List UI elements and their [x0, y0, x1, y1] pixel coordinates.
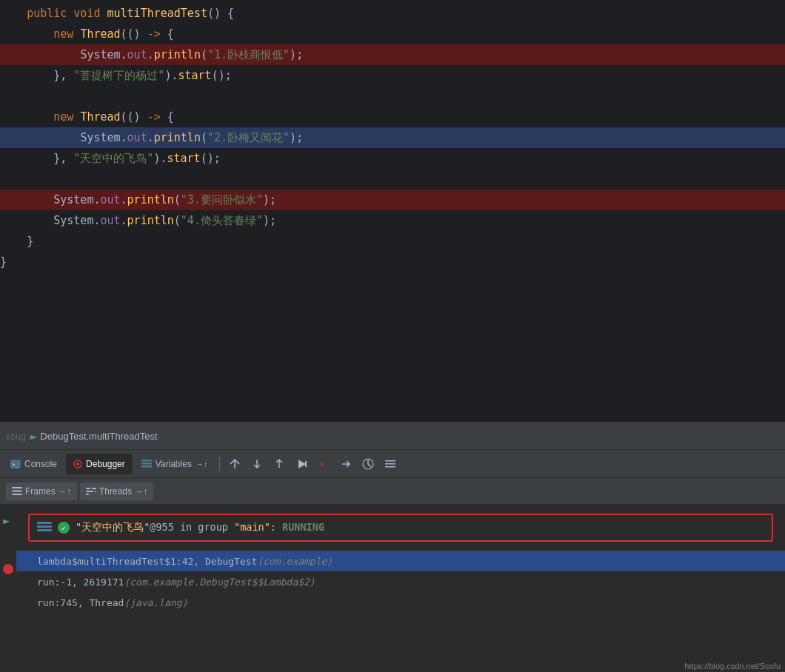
svg-rect-14	[12, 487, 22, 488]
thread-row-container: ✓ "天空中的飞鸟"@955 in group "main": RUNNING	[16, 505, 785, 551]
bottom-url: https://blog.csdn.net/Scofu	[680, 660, 785, 672]
svg-rect-6	[141, 466, 152, 468]
svg-rect-5	[141, 463, 152, 465]
code-line-16	[0, 314, 785, 335]
stack-frames-list: lambda$multiThreadTest$1:42, DebugTest (…	[16, 551, 785, 613]
code-content: public void multiThreadTest() { 1 ⬤ new …	[0, 0, 785, 417]
svg-rect-18	[86, 491, 93, 492]
frame1-pkg: (com.example)	[257, 556, 333, 567]
code-line-12: 1 }	[0, 231, 785, 252]
frame3-pkg: (java.lang)	[124, 597, 187, 608]
frames-button[interactable]: Frames →↑	[6, 483, 77, 500]
thread-status: RUNNING	[282, 521, 324, 533]
svg-point-3	[76, 463, 79, 466]
thread-stack-icon	[37, 522, 52, 534]
frames-threads-bar: Frames →↑ Threads →↑	[0, 478, 785, 505]
svg-rect-11	[385, 460, 395, 462]
thread-name: "天空中的飞鸟"	[76, 521, 150, 533]
toolbar-restore[interactable]	[358, 454, 378, 474]
svg-rect-17	[86, 488, 90, 489]
tab-console-label: Console	[24, 459, 57, 469]
svg-text:>_: >_	[12, 462, 19, 468]
variables-icon	[141, 460, 152, 468]
frame2-method: run:-1, 2619171	[37, 577, 124, 588]
toolbar-step-out2[interactable]	[335, 454, 356, 474]
svg-rect-12	[385, 463, 395, 465]
thread-id: @955	[150, 521, 174, 533]
code-line-13: 2 }	[0, 252, 785, 272]
svg-rect-20	[92, 488, 96, 489]
code-line-7: 6 ✓ System.out.println("2.卧梅又闻花");	[0, 127, 785, 148]
stack-frame-1[interactable]: lambda$multiThreadTest$1:42, DebugTest (…	[16, 551, 785, 571]
stack-frame-2[interactable]: run:-1, 2619171 (com.example.DebugTest$$…	[16, 571, 785, 592]
toolbar-step-over[interactable]	[224, 454, 245, 474]
debug-label: ebug	[6, 431, 26, 442]
tab-console[interactable]: >_ Console	[3, 454, 64, 474]
tab-debugger-label: Debugger	[86, 459, 125, 469]
code-line-17	[0, 335, 785, 355]
frame1-method: lambda$multiThreadTest$1:42, DebugTest	[37, 556, 257, 567]
svg-rect-23	[37, 525, 52, 528]
left-strip: ►	[0, 505, 16, 672]
code-line-18	[0, 355, 785, 376]
toolbar-run-cursor[interactable]	[291, 454, 312, 474]
tab-debugger[interactable]: Debugger	[66, 454, 133, 474]
code-line-3: 2 ✓ System.out.println("1.卧枝商恨低");	[0, 44, 785, 65]
svg-rect-19	[86, 494, 89, 495]
toolbar-step-out[interactable]	[269, 454, 290, 474]
svg-rect-15	[12, 491, 22, 492]
toolbar-evaluate[interactable]: ✕	[313, 454, 334, 474]
code-line-19	[0, 376, 785, 397]
thread-running-row[interactable]: ✓ "天空中的飞鸟"@955 in group "main": RUNNING	[28, 514, 773, 542]
code-line-20	[0, 397, 785, 417]
svg-rect-24	[37, 529, 52, 531]
error-indicator	[3, 564, 13, 574]
debug-arrow-icon: ►	[30, 429, 38, 443]
toolbar-separator	[219, 457, 220, 471]
svg-rect-13	[385, 466, 395, 468]
code-line-6: 5 ⬤ new Thread(() -> {	[0, 107, 785, 127]
toolbar-step-into[interactable]	[247, 454, 267, 474]
frames-icon	[12, 487, 22, 495]
svg-rect-16	[12, 494, 22, 495]
svg-marker-7	[298, 460, 306, 468]
svg-rect-4	[141, 460, 152, 462]
code-line-8: 7 }, "天空中的飞鸟").start();	[0, 148, 785, 169]
code-line-14: 3	[0, 272, 785, 293]
frames-label: Frames →↑	[25, 486, 71, 497]
stack-frame-3[interactable]: run:745, Thread (java.lang)	[16, 592, 785, 613]
code-editor: public void multiThreadTest() { 1 ⬤ new …	[0, 0, 785, 422]
svg-rect-22	[37, 522, 52, 524]
frame3-method: run:745, Thread	[37, 597, 124, 608]
thread-arrow-indicator: ►	[3, 514, 10, 528]
tab-bar: >_ Console Debugger Variables	[0, 450, 785, 478]
frame2-pkg: (com.example.DebugTest$$Lambda$2)	[124, 577, 315, 588]
thread-label: "天空中的飞鸟"@955 in group "main": RUNNING	[76, 521, 324, 534]
svg-rect-21	[95, 491, 96, 492]
tab-variables[interactable]: Variables →↑	[134, 454, 216, 474]
code-line-11: 0 System.out.println("4.倚头答春绿");	[0, 210, 785, 231]
bottom-panel: ebug ► DebugTest.multiThreadTest >_ Cons…	[0, 423, 785, 672]
main-layout: public void multiThreadTest() { 1 ⬤ new …	[0, 0, 785, 672]
console-icon: >_	[10, 460, 21, 468]
debug-bar: ebug ► DebugTest.multiThreadTest	[0, 423, 785, 450]
threads-label: Threads →↑	[99, 486, 147, 497]
toolbar-settings[interactable]	[380, 454, 401, 474]
thread-status-check: ✓	[58, 522, 70, 534]
code-line-10: 9 ✓ System.out.println("3.要问卧似水");	[0, 189, 785, 210]
code-line-9: 8	[0, 169, 785, 189]
svg-text:✕: ✕	[319, 459, 324, 469]
threads-button[interactable]: Threads →↑	[80, 483, 153, 500]
threads-icon	[86, 487, 96, 495]
code-line-15	[0, 293, 785, 314]
stack-area: ► ✓ "天空中的飞鸟"@9	[0, 505, 785, 672]
code-line-5: 4	[0, 86, 785, 107]
code-line-1: public void multiThreadTest() {	[0, 3, 785, 24]
code-line-4: 3 }, "菩提树下的杨过").start();	[0, 65, 785, 86]
debugger-icon	[73, 460, 82, 468]
code-line-2: 1 ⬤ new Thread(() -> {	[0, 24, 785, 44]
tab-variables-label: Variables	[156, 459, 192, 469]
debug-title: DebugTest.multiThreadTest	[40, 431, 157, 442]
